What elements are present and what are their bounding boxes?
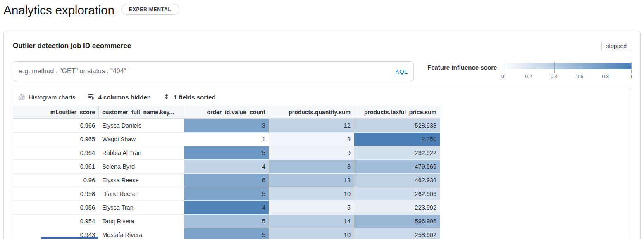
grid-cell[interactable]: 1 bbox=[184, 133, 269, 146]
grid-cell[interactable]: 5 bbox=[269, 201, 354, 214]
grid-header: ml.outlier_scorecustomer_full_name.key..… bbox=[13, 106, 440, 119]
grid-header-cell[interactable]: customer_full_name.key... bbox=[99, 106, 184, 118]
grid-header-cell[interactable]: order_id.value_count bbox=[184, 106, 269, 118]
job-status-badge: stopped bbox=[601, 41, 631, 51]
grid-header-cell[interactable]: products.quantity.sum bbox=[269, 106, 354, 118]
grid-cell[interactable]: 8 bbox=[269, 160, 354, 173]
columns-hidden-label: 4 columns hidden bbox=[98, 94, 151, 101]
panel-title: Outlier detection job ID ecommerce bbox=[13, 42, 131, 50]
grid-cell[interactable]: 4 bbox=[184, 201, 269, 214]
grid-cell[interactable]: 0.956 bbox=[13, 201, 99, 214]
grid-cell[interactable]: 0.96 bbox=[13, 174, 99, 187]
legend-tick bbox=[503, 62, 503, 73]
grid-cell[interactable]: 3 bbox=[184, 119, 269, 132]
histogram-charts-button[interactable]: Histogram charts bbox=[18, 93, 75, 101]
legend-tick bbox=[631, 62, 632, 73]
grid-cell[interactable]: 262.906 bbox=[354, 187, 440, 200]
legend-tick-label: 0 bbox=[501, 74, 504, 80]
grid-cell[interactable]: Elyssa Tran bbox=[99, 201, 184, 214]
table-row: 0.954Tariq Rivera514596.906 bbox=[13, 215, 440, 228]
grid-cell[interactable]: 4 bbox=[184, 160, 269, 173]
grid-cell[interactable]: 0.958 bbox=[13, 187, 99, 200]
search-input[interactable] bbox=[19, 68, 391, 75]
legend-tick bbox=[606, 62, 606, 73]
table-row: 0.96Elyssa Reese613462.938 bbox=[13, 174, 440, 187]
histogram-charts-label: Histogram charts bbox=[29, 94, 75, 101]
grid-cell[interactable]: 462.938 bbox=[354, 174, 440, 187]
table-row: 0.958Diane Reese510262.906 bbox=[13, 187, 440, 201]
grid-cell[interactable]: 0.964 bbox=[13, 146, 99, 159]
legend-tick bbox=[554, 62, 555, 73]
legend-tick-label: 0.8 bbox=[602, 74, 609, 80]
feature-influence-legend: Feature influence score 00.20.40.60.81 bbox=[427, 61, 631, 81]
kql-syntax-button[interactable]: KQL bbox=[395, 68, 408, 75]
legend-tick bbox=[580, 62, 580, 73]
legend-label: Feature influence score bbox=[427, 62, 497, 81]
grid-cell[interactable]: 0.966 bbox=[13, 119, 99, 132]
columns-icon bbox=[88, 93, 94, 101]
grid-cell[interactable]: 8 bbox=[269, 133, 354, 146]
search-row: KQL Feature influence score 00.20.40.60.… bbox=[13, 61, 631, 81]
grid-cell[interactable]: 12 bbox=[269, 119, 354, 132]
grid-header-cell[interactable]: products.taxful_price.sum bbox=[354, 106, 440, 118]
table-row: 0.965Wagdi Shaw182,250 bbox=[13, 133, 440, 146]
page-title: Analytics exploration bbox=[3, 2, 114, 19]
table-row: 0.966Elyssa Daniels312528.938 bbox=[13, 119, 440, 133]
grid-cell[interactable]: 0.954 bbox=[13, 215, 99, 228]
grid-cell[interactable]: 258.902 bbox=[354, 228, 440, 239]
grid-cell[interactable]: 13 bbox=[269, 174, 354, 187]
grid-header-cell[interactable]: ml.outlier_score bbox=[13, 106, 99, 118]
grid-cell[interactable]: Rabbia Al Tran bbox=[99, 146, 184, 159]
grid-cell[interactable]: Diane Reese bbox=[99, 187, 184, 200]
legend-tick-label: 0.6 bbox=[576, 74, 583, 80]
fields-sorted-button[interactable]: 1 fields sorted bbox=[163, 93, 216, 101]
grid-cell[interactable]: Wagdi Shaw bbox=[99, 133, 184, 146]
grid-cell[interactable]: Mostafa Rivera bbox=[99, 228, 184, 239]
grid-cell[interactable]: 5 bbox=[184, 215, 269, 228]
grid-cell[interactable]: 0.961 bbox=[13, 160, 99, 173]
grid-body: 0.966Elyssa Daniels312528.9380.965Wagdi … bbox=[13, 119, 631, 239]
grid-cell[interactable]: Selena Byrd bbox=[99, 160, 184, 173]
legend-scale: 00.20.40.60.81 bbox=[503, 62, 631, 81]
grid-cell[interactable]: 5 bbox=[184, 146, 269, 159]
sort-icon bbox=[163, 93, 170, 101]
fields-sorted-label: 1 fields sorted bbox=[174, 94, 216, 101]
table-row: 0.961Selena Byrd48479.969 bbox=[13, 160, 440, 174]
grid-cell[interactable]: 5 bbox=[184, 228, 269, 239]
horizontal-scrollbar-thumb[interactable] bbox=[41, 237, 98, 239]
grid-cell[interactable]: 14 bbox=[269, 215, 354, 228]
grid-cell[interactable]: 292.922 bbox=[354, 146, 440, 159]
grid-cell[interactable]: 2,250 bbox=[354, 133, 440, 146]
kql-search-bar[interactable]: KQL bbox=[13, 61, 414, 81]
experimental-badge: EXPERIMENTAL bbox=[121, 4, 179, 15]
grid-cell[interactable]: 6 bbox=[184, 174, 269, 187]
grid-toolbar: Histogram charts 4 columns hidden bbox=[13, 88, 631, 106]
grid-cell[interactable]: Tariq Rivera bbox=[99, 215, 184, 228]
grid-cell[interactable]: 5 bbox=[184, 187, 269, 200]
grid-cell[interactable]: 223.992 bbox=[354, 201, 440, 214]
grid-cell[interactable]: 0.965 bbox=[13, 133, 99, 146]
outlier-detection-panel: Outlier detection job ID ecommerce stopp… bbox=[3, 31, 641, 239]
histogram-icon bbox=[18, 93, 25, 101]
grid-cell[interactable]: 9 bbox=[269, 146, 354, 159]
table-row: 0.956Elyssa Tran45223.992 bbox=[13, 201, 440, 215]
grid-cell[interactable]: 528.938 bbox=[354, 119, 440, 132]
table-row: 0.964Rabbia Al Tran59292.922 bbox=[13, 146, 440, 160]
legend-tick-label: 1 bbox=[630, 74, 633, 80]
results-grid: Histogram charts 4 columns hidden bbox=[13, 88, 631, 239]
legend-tick bbox=[529, 62, 529, 73]
columns-hidden-button[interactable]: 4 columns hidden bbox=[88, 93, 151, 101]
grid-cell[interactable]: Elyssa Daniels bbox=[99, 119, 184, 132]
legend-tick-label: 0.4 bbox=[551, 74, 558, 80]
legend-gradient-bar bbox=[503, 63, 631, 69]
grid-cell[interactable]: 479.969 bbox=[354, 160, 440, 173]
panel-header: Outlier detection job ID ecommerce stopp… bbox=[13, 41, 631, 51]
grid-cell[interactable]: 10 bbox=[269, 228, 354, 239]
page-header: Analytics exploration EXPERIMENTAL bbox=[0, 0, 644, 19]
grid-cell[interactable]: Elyssa Reese bbox=[99, 174, 184, 187]
grid-cell[interactable]: 596.906 bbox=[354, 215, 440, 228]
legend-tick-label: 0.2 bbox=[525, 74, 532, 80]
grid-cell[interactable]: 10 bbox=[269, 187, 354, 200]
